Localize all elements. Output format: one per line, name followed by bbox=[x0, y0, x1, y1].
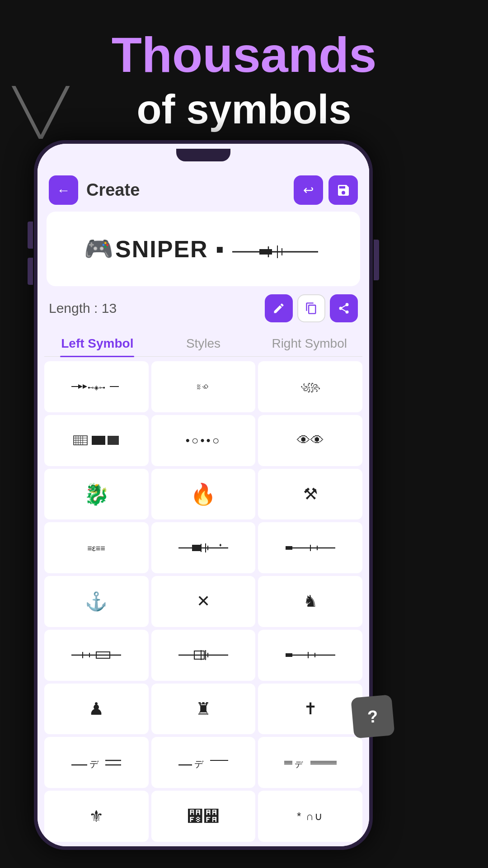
page-title: Create bbox=[86, 180, 288, 200]
symbol-item[interactable]: ♦ bbox=[151, 522, 256, 573]
app-topbar: ← Create ↩ bbox=[38, 166, 369, 212]
power-button bbox=[374, 240, 379, 280]
svg-marker-9 bbox=[83, 384, 87, 389]
tab-right-symbol[interactable]: Right Symbol bbox=[256, 329, 362, 356]
app-content: ← Create ↩ 🎮 SNIPER ▪ bbox=[38, 166, 369, 846]
svg-marker-7 bbox=[78, 384, 83, 389]
volume-up-button bbox=[28, 222, 33, 249]
copy-button[interactable] bbox=[297, 294, 325, 322]
symbol-item[interactable]: ♜ bbox=[151, 684, 256, 735]
phone-frame: ← Create ↩ 🎮 SNIPER ▪ bbox=[34, 140, 373, 850]
symbol-item[interactable]: ꫸꫺ bbox=[151, 791, 256, 842]
symbol-item[interactable]: 👁👁 bbox=[258, 415, 362, 466]
tabs-row: Left Symbol Styles Right Symbol bbox=[44, 329, 362, 357]
symbol-item[interactable]: ≋꩜ bbox=[151, 361, 256, 412]
header-subtitle: of symbols bbox=[0, 86, 488, 133]
edit-button[interactable] bbox=[265, 294, 293, 322]
svg-text:≋꩜: ≋꩜ bbox=[197, 382, 210, 392]
svg-rect-29 bbox=[286, 546, 292, 550]
svg-text:デ: デ bbox=[89, 759, 99, 769]
share-button[interactable] bbox=[330, 294, 358, 322]
symbol-item[interactable]: ✝ bbox=[258, 684, 362, 735]
tab-left-symbol[interactable]: Left Symbol bbox=[44, 329, 150, 356]
back-button[interactable]: ← bbox=[49, 175, 78, 205]
symbol-item[interactable]: ♞ bbox=[258, 576, 362, 627]
svg-text:♦: ♦ bbox=[219, 542, 222, 547]
symbol-item[interactable]: ⊷◈⊶ bbox=[44, 361, 149, 412]
svg-text:⊷◈⊶: ⊷◈⊶ bbox=[88, 384, 105, 391]
volume-down-button bbox=[28, 258, 33, 285]
phone-screen: ← Create ↩ 🎮 SNIPER ▪ bbox=[38, 144, 369, 846]
tab-styles[interactable]: Styles bbox=[150, 329, 257, 356]
symbol-item[interactable]: ✕ bbox=[151, 576, 256, 627]
symbol-item[interactable]: •○••○ bbox=[151, 415, 256, 466]
svg-rect-24 bbox=[192, 545, 201, 551]
svg-text:デ: デ bbox=[194, 759, 204, 769]
symbol-item[interactable]: 🐉 bbox=[44, 469, 149, 520]
symbol-item[interactable]: デ bbox=[258, 737, 362, 788]
symbol-item[interactable]: ⚒ bbox=[258, 469, 362, 520]
symbol-item[interactable] bbox=[258, 630, 362, 681]
length-row: Length : 13 bbox=[38, 286, 369, 327]
svg-rect-21 bbox=[108, 436, 119, 445]
symbol-item[interactable]: ꧁꧂ bbox=[258, 361, 362, 412]
svg-rect-1 bbox=[259, 249, 272, 255]
preview-emoji: 🎮 bbox=[84, 235, 113, 263]
symbol-item[interactable]: ⚜ bbox=[44, 791, 149, 842]
symbol-item[interactable]: ♟ bbox=[44, 684, 149, 735]
symbol-item[interactable] bbox=[151, 630, 256, 681]
header-section: Thousands of symbols bbox=[0, 27, 488, 133]
symbol-item[interactable]: * ∩∪ bbox=[258, 791, 362, 842]
preview-text: SNIPER ▪ bbox=[115, 236, 323, 263]
undo-button[interactable]: ↩ bbox=[294, 175, 323, 205]
symbol-item[interactable]: ≡ε≡≡ bbox=[44, 522, 149, 573]
symbol-item[interactable]: ⚓ bbox=[44, 576, 149, 627]
svg-rect-20 bbox=[92, 436, 105, 445]
symbol-item[interactable]: デ bbox=[44, 737, 149, 788]
svg-text:≡ε≡≡: ≡ε≡≡ bbox=[88, 544, 106, 553]
svg-text:デ: デ bbox=[295, 760, 303, 769]
status-bar bbox=[38, 144, 369, 166]
symbol-item[interactable] bbox=[44, 415, 149, 466]
help-button[interactable]: ? bbox=[351, 694, 395, 739]
notch bbox=[176, 149, 230, 161]
symbol-item[interactable] bbox=[258, 522, 362, 573]
length-label: Length : 13 bbox=[49, 301, 260, 316]
symbols-grid: ⊷◈⊶ ≋꩜ ꧁꧂ bbox=[38, 357, 369, 846]
svg-rect-43 bbox=[286, 653, 292, 657]
symbol-item[interactable] bbox=[44, 630, 149, 681]
save-button[interactable] bbox=[328, 175, 358, 205]
svg-text:꧁꧂: ꧁꧂ bbox=[300, 382, 320, 393]
symbol-item[interactable]: 🔥 bbox=[151, 469, 256, 520]
symbol-item[interactable]: デ bbox=[151, 737, 256, 788]
header-title-thousands: Thousands bbox=[0, 27, 488, 82]
preview-area: 🎮 SNIPER ▪ bbox=[47, 212, 360, 286]
